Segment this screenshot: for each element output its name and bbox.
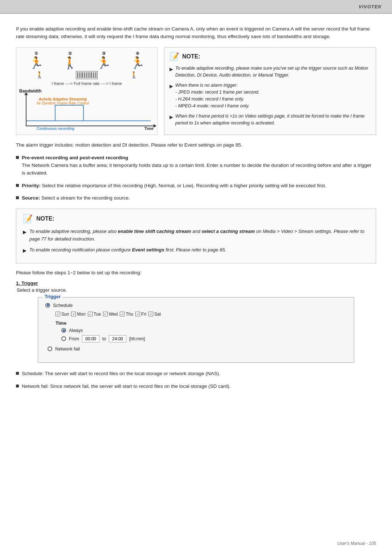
thu-label: Thu bbox=[126, 312, 133, 317]
chart-x-axis bbox=[26, 126, 154, 126]
always-radio[interactable] bbox=[61, 328, 66, 333]
brand-name: VIVOTEK bbox=[359, 4, 382, 9]
network-fail-label: Network fail bbox=[55, 346, 80, 352]
walker-icon: 🚶 bbox=[63, 56, 77, 70]
diagram-figures: ① 🏃 ② 🚶 ③ 🏃 ④ 🏃 bbox=[19, 51, 154, 70]
bullet-sq-network bbox=[16, 385, 19, 387]
day-sat[interactable]: ✓ Sat bbox=[148, 312, 161, 317]
day-wed[interactable]: ✓ Wed bbox=[103, 312, 118, 317]
hhmm-label: [hh:mm] bbox=[129, 336, 145, 341]
page-footer: User's Manual - 105 bbox=[337, 541, 376, 546]
note-text-3: When the I frame period is >1s on Video … bbox=[175, 113, 371, 127]
bullet-pre-event: Pre-event recording and post-event recor… bbox=[16, 154, 376, 177]
bullet-source-text: Source: Select a stream for the recordin… bbox=[22, 194, 130, 202]
bullet-sq-1 bbox=[16, 156, 19, 159]
big-note-box: 📝 NOTE: ▶ To enable adaptive recording, … bbox=[16, 209, 376, 263]
mon-checkbox[interactable]: ✓ bbox=[71, 312, 76, 316]
small-figure-2: 🚶 bbox=[130, 71, 138, 79]
trigger-panel-title: Trigger bbox=[42, 294, 63, 299]
days-row: ✓ Sun ✓ Mon ✓ Tue ✓ Wed ✓ Thu bbox=[56, 312, 347, 317]
diagram-bottom-row: 🚶 🚶 bbox=[19, 71, 154, 79]
big-arrow-icon-2: ▶ bbox=[23, 247, 26, 254]
arrow-icon-2: ▶ bbox=[170, 83, 173, 109]
always-radio-dot bbox=[63, 329, 65, 332]
alarm-text: The alarm trigger includes: motion detec… bbox=[16, 141, 376, 149]
schedule-label: Schedule bbox=[53, 303, 73, 308]
big-note-item-2: ▶ To enable recording notification pleas… bbox=[23, 246, 369, 254]
schedule-row: Schedule bbox=[45, 303, 347, 308]
bullet-pre-event-text: Pre-event recording and post-event recor… bbox=[22, 154, 376, 177]
day-mon[interactable]: ✓ Mon bbox=[71, 312, 85, 317]
bullet-schedule: Schedule: The server will start to recor… bbox=[16, 370, 376, 378]
figure-2: ② 🚶 bbox=[63, 51, 77, 70]
runner-icon: 🏃 bbox=[29, 56, 44, 70]
top-bar: VIVOTEK bbox=[0, 0, 392, 13]
tue-label: Tue bbox=[94, 312, 101, 317]
bullet-sq-schedule bbox=[16, 372, 19, 375]
tue-checkbox[interactable]: ✓ bbox=[88, 312, 93, 316]
network-fail-bullet-text: Network fail: Since network fail, the se… bbox=[22, 383, 230, 390]
chart-y-arrow-icon bbox=[24, 92, 28, 95]
bullet-2-body: Select the relative importance of this r… bbox=[42, 183, 326, 188]
big-note-title-row: 📝 NOTE: bbox=[23, 214, 369, 223]
bullet-priority-text: Priority: Select the relative importance… bbox=[22, 182, 326, 190]
runner2-icon: 🏃 bbox=[97, 56, 111, 70]
day-tue[interactable]: ✓ Tue bbox=[88, 312, 101, 317]
mon-label: Mon bbox=[77, 312, 85, 317]
time-label-text: Time bbox=[56, 320, 347, 326]
bullet-sq-2 bbox=[16, 184, 19, 187]
big-note-text-2: To enable recording notification please … bbox=[29, 246, 226, 254]
trigger-panel: Trigger Schedule ✓ Sun ✓ Mon ✓ bbox=[38, 297, 354, 363]
big-arrow-icon-1: ▶ bbox=[23, 229, 26, 242]
content: If you enable adaptive recording and ena… bbox=[0, 14, 392, 410]
network-fail-radio[interactable] bbox=[48, 346, 52, 351]
bandwidth-label: Bandwidth bbox=[19, 89, 154, 94]
steps-intro: Please follow the steps 1~2 below to set… bbox=[16, 270, 376, 275]
day-thu[interactable]: ✓ Thu bbox=[120, 312, 133, 317]
from-input[interactable] bbox=[82, 335, 99, 342]
big-note-item-1: ▶ To enable adaptive recording, please a… bbox=[23, 228, 369, 242]
note-item-1: ▶ To enable adaptive recording, please m… bbox=[170, 65, 371, 79]
fri-checkbox[interactable]: ✓ bbox=[135, 312, 140, 316]
radio-filled-dot bbox=[47, 304, 49, 306]
runner3-icon: 🏃 bbox=[130, 56, 145, 70]
bullet-network-fail: Network fail: Since network fail, the se… bbox=[16, 383, 376, 390]
note-item-2: ▶ When there is no alarm trigger: - JPEG… bbox=[170, 82, 371, 109]
right-note-box: 📝 NOTE: ▶ To enable adaptive recording, … bbox=[164, 47, 376, 135]
time-label: Time bbox=[144, 126, 154, 131]
step1-title: 1. Trigger bbox=[16, 280, 376, 286]
thu-checkbox[interactable]: ✓ bbox=[120, 312, 124, 316]
sun-checkbox[interactable]: ✓ bbox=[56, 312, 60, 316]
figure-3: ③ 🏃 bbox=[97, 51, 111, 70]
note-title-row: 📝 NOTE: bbox=[170, 52, 371, 61]
iframe-label: I frame ----> Full frame rate ----> I fr… bbox=[19, 81, 154, 86]
schedule-radio[interactable] bbox=[45, 303, 50, 308]
arrow-icon-3: ▶ bbox=[170, 114, 173, 127]
sat-label: Sat bbox=[154, 312, 161, 317]
bullet-2-title: Priority: bbox=[22, 183, 41, 188]
figure-1: ① 🏃 bbox=[29, 51, 44, 70]
day-fri[interactable]: ✓ Fri bbox=[135, 312, 146, 317]
wed-checkbox[interactable]: ✓ bbox=[103, 312, 108, 316]
big-note-pencil-icon: 📝 bbox=[23, 214, 33, 223]
bullet-1-body: The Network Camera has a buffer area; it… bbox=[22, 163, 371, 176]
chart-y-axis bbox=[26, 94, 26, 126]
fri-label: Fri bbox=[141, 312, 146, 317]
page: VIVOTEK If you enable adaptive recording… bbox=[0, 0, 392, 554]
big-note-text-1: To enable adaptive recording, please als… bbox=[29, 228, 369, 242]
bullet-1-title: Pre-event recording and post-event recor… bbox=[22, 155, 128, 160]
network-fail-row: Network fail bbox=[48, 346, 347, 352]
diagram-box: ① 🏃 ② 🚶 ③ 🏃 ④ 🏃 bbox=[16, 47, 158, 135]
from-label: From bbox=[69, 336, 79, 341]
chart-continuous-line bbox=[26, 120, 151, 121]
adaptive-label: Activity Adaptive Streaming for Dynamic … bbox=[37, 97, 89, 105]
from-radio[interactable] bbox=[61, 336, 66, 341]
bullet-sq-3 bbox=[16, 196, 19, 199]
to-input[interactable] bbox=[109, 335, 126, 342]
chart-adaptive-spike bbox=[55, 105, 84, 121]
chart-x-arrow-icon bbox=[154, 124, 156, 128]
sat-checkbox[interactable]: ✓ bbox=[148, 312, 153, 316]
to-label: to bbox=[102, 336, 106, 341]
day-sun[interactable]: ✓ Sun bbox=[56, 312, 69, 317]
schedule-bullet-text: Schedule: The server will start to recor… bbox=[22, 370, 220, 378]
